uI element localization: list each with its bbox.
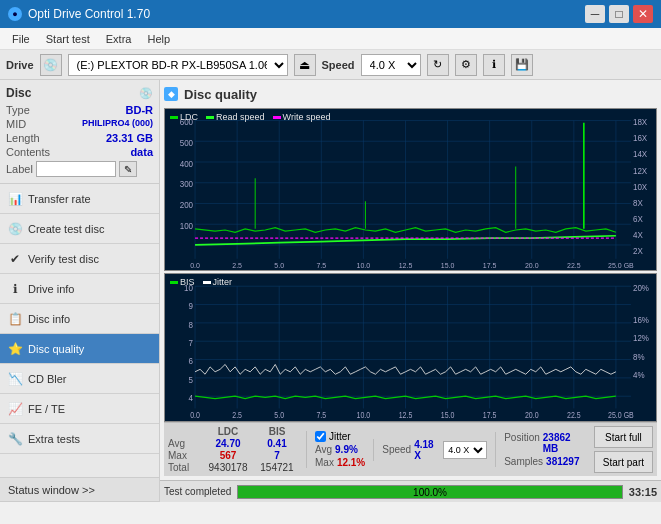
svg-text:16%: 16%: [633, 314, 649, 325]
disc-length-key: Length: [6, 132, 40, 144]
start-part-button[interactable]: Start part: [594, 451, 653, 473]
menu-start-test[interactable]: Start test: [38, 31, 98, 47]
samples-label: Samples: [504, 456, 543, 467]
transfer-rate-icon: 📊: [8, 192, 22, 206]
status-window-button[interactable]: Status window >>: [0, 478, 159, 502]
sidebar-item-verify-test-disc[interactable]: ✔ Verify test disc: [0, 244, 159, 274]
stats-max-ldc: 567: [204, 450, 252, 461]
start-full-button[interactable]: Start full: [594, 426, 653, 448]
legend-bis: BIS: [170, 277, 195, 287]
drive-select[interactable]: (E:) PLEXTOR BD-R PX-LB950SA 1.06: [68, 54, 288, 76]
nav-label-verify-test-disc: Verify test disc: [28, 253, 99, 265]
svg-text:4X: 4X: [633, 230, 643, 241]
svg-text:22.5: 22.5: [567, 261, 581, 271]
sidebar: Disc 💿 Type BD-R MID PHILIPRO4 (000) Len…: [0, 80, 160, 502]
disc-type-key: Type: [6, 104, 30, 116]
charts-area: LDC Read speed Write speed: [164, 108, 657, 422]
stats-header-ldc: LDC: [204, 426, 252, 437]
svg-text:17.5: 17.5: [483, 411, 497, 421]
svg-text:17.5: 17.5: [483, 261, 497, 271]
svg-text:9: 9: [189, 301, 193, 312]
stats-avg-bis: 0.41: [256, 438, 298, 449]
sidebar-item-disc-info[interactable]: 📋 Disc info: [0, 304, 159, 334]
drive-browse-icon[interactable]: 💿: [40, 54, 62, 76]
svg-text:500: 500: [180, 137, 194, 148]
stats-bar: LDC BIS Avg 24.70 0.41 Max 567 7 Total 9…: [164, 422, 657, 476]
nav-label-create-test-disc: Create test disc: [28, 223, 104, 235]
svg-text:4: 4: [189, 393, 193, 404]
svg-text:12%: 12%: [633, 333, 649, 344]
jitter-avg-val: 9.9%: [335, 444, 358, 455]
speed-select[interactable]: 4.0 X: [361, 54, 421, 76]
disc-section-icon: 💿: [139, 87, 153, 100]
svg-text:8%: 8%: [633, 351, 645, 362]
svg-text:7.5: 7.5: [316, 261, 326, 271]
legend-write-speed-label: Write speed: [283, 112, 331, 122]
svg-text:2.5: 2.5: [232, 411, 242, 421]
main-area: Disc 💿 Type BD-R MID PHILIPRO4 (000) Len…: [0, 80, 661, 502]
svg-text:15.0: 15.0: [441, 261, 455, 271]
close-button[interactable]: ✕: [633, 5, 653, 23]
position-label: Position: [504, 432, 540, 454]
svg-text:25.0 GB: 25.0 GB: [608, 411, 634, 421]
disc-section: Disc 💿 Type BD-R MID PHILIPRO4 (000) Len…: [0, 80, 159, 184]
menu-extra[interactable]: Extra: [98, 31, 140, 47]
sidebar-item-fe-te[interactable]: 📈 FE / TE: [0, 394, 159, 424]
drive-label: Drive: [6, 59, 34, 71]
sidebar-item-transfer-rate[interactable]: 📊 Transfer rate: [0, 184, 159, 214]
menu-help[interactable]: Help: [139, 31, 178, 47]
bottom-bar: Test completed 100.0% 33:15: [160, 480, 661, 502]
sidebar-item-extra-tests[interactable]: 🔧 Extra tests: [0, 424, 159, 454]
jitter-checkbox[interactable]: [315, 431, 326, 442]
stats-empty: [168, 426, 200, 437]
svg-text:8: 8: [189, 319, 193, 330]
app-icon: ●: [8, 7, 22, 21]
drive-eject-icon[interactable]: ⏏: [294, 54, 316, 76]
quality-header-icon: ◆: [164, 87, 178, 101]
nav-label-drive-info: Drive info: [28, 283, 74, 295]
sidebar-item-create-test-disc[interactable]: 💿 Create test disc: [0, 214, 159, 244]
status-text: Test completed: [164, 486, 231, 497]
stats-total-bis: 154721: [256, 462, 298, 473]
settings-icon[interactable]: ⚙: [455, 54, 477, 76]
svg-text:20.0: 20.0: [525, 411, 539, 421]
write-speed-color-dot: [273, 116, 281, 119]
svg-rect-0: [165, 109, 656, 270]
refresh-icon[interactable]: ↻: [427, 54, 449, 76]
jitter-avg-label: Avg: [315, 444, 332, 455]
app-title: Opti Drive Control 1.70: [28, 7, 150, 21]
action-buttons: Start full Start part: [594, 426, 653, 473]
legend-read-speed: Read speed: [206, 112, 265, 122]
disc-mid-key: MID: [6, 118, 26, 130]
ldc-bis-stats: LDC BIS Avg 24.70 0.41 Max 567 7 Total 9…: [168, 426, 298, 473]
create-test-disc-icon: 💿: [8, 222, 22, 236]
minimize-button[interactable]: ─: [585, 5, 605, 23]
chart-bis-legend: BIS Jitter: [170, 277, 232, 287]
legend-jitter-label: Jitter: [213, 277, 233, 287]
legend-bis-label: BIS: [180, 277, 195, 287]
speed-section: Speed 4.18 X 4.0 X: [373, 439, 487, 461]
jitter-max-val: 12.1%: [337, 457, 365, 468]
save-icon[interactable]: 💾: [511, 54, 533, 76]
info-icon[interactable]: ℹ: [483, 54, 505, 76]
read-speed-color-dot: [206, 116, 214, 119]
menu-file[interactable]: File: [4, 31, 38, 47]
disc-section-title: Disc: [6, 86, 31, 100]
content-area: ◆ Disc quality LDC Read speed: [160, 80, 661, 502]
position-section: Position 23862 MB Samples 381297: [495, 432, 586, 467]
disc-label-input[interactable]: [36, 161, 116, 177]
disc-label-edit-button[interactable]: ✎: [119, 161, 137, 177]
speed-stat-select[interactable]: 4.0 X: [443, 441, 487, 459]
svg-text:25.0 GB: 25.0 GB: [608, 261, 634, 271]
sidebar-item-drive-info[interactable]: ℹ Drive info: [0, 274, 159, 304]
sidebar-item-disc-quality[interactable]: ⭐ Disc quality: [0, 334, 159, 364]
svg-text:14X: 14X: [633, 149, 647, 160]
sidebar-item-cd-bler[interactable]: 📉 CD Bler: [0, 364, 159, 394]
nav-label-cd-bler: CD Bler: [28, 373, 67, 385]
drive-info-icon: ℹ: [8, 282, 22, 296]
nav-items: 📊 Transfer rate 💿 Create test disc ✔ Ver…: [0, 184, 159, 454]
legend-ldc-label: LDC: [180, 112, 198, 122]
speed-label: Speed: [322, 59, 355, 71]
svg-text:10.0: 10.0: [357, 411, 371, 421]
maximize-button[interactable]: □: [609, 5, 629, 23]
